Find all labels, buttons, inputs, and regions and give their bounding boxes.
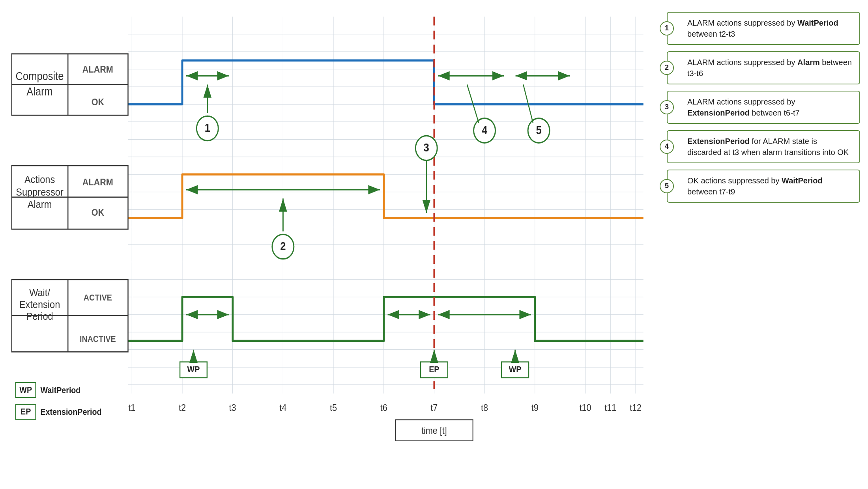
svg-text:ExtensionPeriod: ExtensionPeriod [41, 407, 102, 416]
annotation-text-3: ALARM actions suppressed by ExtensionPer… [687, 97, 800, 117]
svg-text:OK: OK [92, 207, 105, 218]
svg-text:EP: EP [429, 364, 439, 374]
svg-text:t12: t12 [630, 402, 642, 413]
annotation-1: 1 ALARM actions suppressed by WaitPeriod… [667, 12, 860, 45]
svg-text:t11: t11 [604, 402, 616, 413]
timing-diagram-svg: 1 2 3 4 [8, 8, 659, 481]
main-container: 1 2 3 4 [0, 0, 868, 489]
svg-text:t6: t6 [380, 402, 387, 413]
svg-text:t5: t5 [330, 402, 337, 413]
svg-text:WP: WP [19, 384, 32, 394]
diagram-section: 1 2 3 4 [8, 8, 659, 481]
svg-text:WP: WP [187, 364, 200, 374]
svg-text:3: 3 [424, 141, 429, 154]
chart-area: 1 2 3 4 [8, 8, 659, 481]
svg-text:time [t]: time [t] [421, 425, 447, 436]
svg-text:5: 5 [536, 124, 541, 137]
svg-text:ALARM: ALARM [82, 177, 113, 188]
annotation-4: 4 ExtensionPeriod for ALARM state is dis… [667, 130, 860, 163]
svg-text:Alarm: Alarm [26, 85, 53, 98]
annotation-number-3: 3 [660, 100, 674, 114]
annotation-text-1: ALARM actions suppressed by WaitPeriod b… [687, 19, 838, 38]
svg-text:t1: t1 [128, 402, 135, 413]
right-panel: 1 ALARM actions suppressed by WaitPeriod… [667, 8, 860, 481]
svg-text:EP: EP [21, 407, 31, 416]
annotation-number-1: 1 [660, 21, 674, 35]
svg-text:t2: t2 [179, 402, 186, 413]
svg-text:OK: OK [92, 96, 105, 107]
annotation-number-5: 5 [660, 179, 674, 193]
svg-text:INACTIVE: INACTIVE [80, 334, 116, 343]
svg-text:4: 4 [482, 124, 488, 137]
svg-text:ACTIVE: ACTIVE [84, 293, 112, 302]
svg-text:1: 1 [205, 121, 210, 134]
svg-text:Composite: Composite [16, 70, 64, 83]
svg-text:WaitPeriod: WaitPeriod [41, 385, 81, 395]
annotation-text-2: ALARM actions suppressed by Alarm betwee… [687, 58, 852, 78]
svg-text:t4: t4 [279, 402, 286, 413]
svg-text:Period: Period [26, 310, 53, 322]
annotation-number-2: 2 [660, 61, 674, 75]
svg-text:t3: t3 [229, 402, 236, 413]
annotation-text-5: OK actions suppressed by WaitPeriod betw… [687, 176, 823, 196]
svg-text:Suppressor: Suppressor [16, 186, 64, 198]
svg-text:2: 2 [280, 240, 286, 253]
annotation-3: 3 ALARM actions suppressed by ExtensionP… [667, 91, 860, 124]
svg-text:Extension: Extension [19, 299, 60, 310]
svg-text:Alarm: Alarm [28, 198, 52, 210]
svg-text:t9: t9 [531, 402, 539, 413]
svg-text:ALARM: ALARM [82, 64, 113, 75]
annotation-5: 5 OK actions suppressed by WaitPeriod be… [667, 170, 860, 203]
svg-text:WP: WP [509, 364, 522, 374]
svg-text:t7: t7 [430, 402, 438, 413]
annotation-number-4: 4 [660, 140, 674, 154]
annotation-text-4: ExtensionPeriod for ALARM state is disca… [687, 137, 849, 157]
svg-text:t8: t8 [481, 402, 488, 413]
svg-text:Wait/: Wait/ [29, 287, 50, 299]
svg-text:Actions: Actions [24, 174, 55, 185]
annotation-2: 2 ALARM actions suppressed by Alarm betw… [667, 51, 860, 84]
svg-text:t10: t10 [579, 402, 591, 413]
